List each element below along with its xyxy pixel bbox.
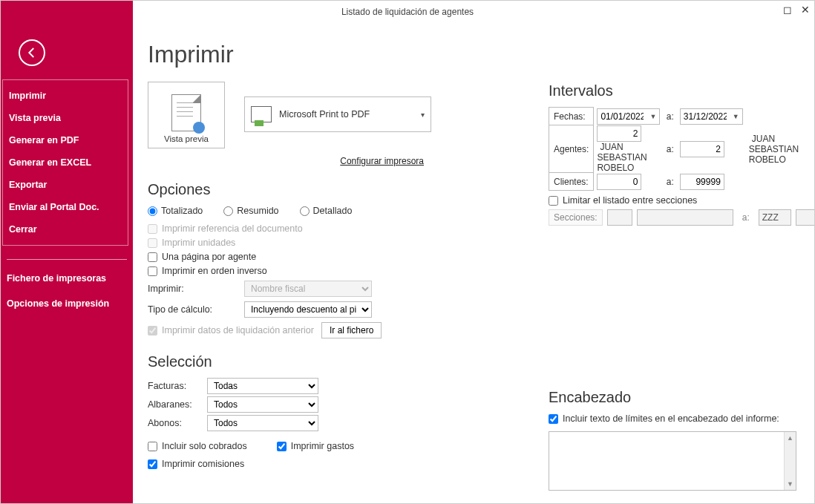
seccion-from-code (607, 209, 632, 226)
sidebar-item-vista-previa[interactable]: Vista previa (3, 107, 128, 129)
arrow-left-icon (25, 46, 39, 59)
tipo-calculo-label: Tipo de cálculo: (148, 304, 237, 315)
imprimir-select: Nombre fiscal (244, 281, 372, 297)
scroll-down-icon[interactable]: ▼ (785, 478, 796, 490)
fechas-label: Fechas: (549, 108, 594, 125)
check-datos-liquidacion: Imprimir datos de liquidación anterior (148, 325, 314, 336)
sidebar-item-generar-excel[interactable]: Generar en EXCEL (3, 151, 128, 174)
printer-name: Microsoft Print to PDF (279, 109, 421, 120)
abonos-label: Abonos: (148, 418, 207, 428)
seccion-from-name (637, 209, 733, 226)
sidebar-item-imprimir[interactable]: Imprimir (3, 85, 128, 107)
check-solo-cobrados[interactable]: Incluir solo cobrados (148, 441, 247, 451)
sidebar-item-enviar-portal[interactable]: Enviar al Portal Doc. (3, 196, 128, 218)
agente-to-input[interactable] (680, 141, 724, 157)
maximize-icon[interactable]: ◻ (783, 4, 792, 16)
sidebar-item-fichero-impresoras[interactable]: Fichero de impresoras (1, 266, 133, 291)
agente-to-name: JUAN SEBASTIAN ROBELO (749, 134, 799, 165)
sidebar-item-exportar[interactable]: Exportar (3, 174, 128, 196)
scroll-up-icon[interactable]: ▲ (785, 432, 796, 444)
interval-table: Fechas: ▼ a: ▼ Agentes: JUAN SEBASTIAN R… (549, 107, 802, 191)
vista-previa-label: Vista previa (164, 134, 209, 143)
albaranes-label: Albaranes: (148, 399, 207, 410)
encabezado-heading: Encabezado (549, 389, 796, 406)
encabezado-textarea[interactable]: ▲ ▼ (549, 431, 796, 491)
facturas-label: Facturas: (148, 381, 207, 391)
sidebar-item-cerrar[interactable]: Cerrar (3, 218, 128, 240)
window-title: Listado de liquidación de agentes (341, 7, 474, 17)
albaranes-select[interactable]: Todos (207, 396, 318, 413)
chevron-down-icon[interactable]: ▼ (730, 113, 742, 120)
radio-resumido[interactable]: Resumido (223, 206, 278, 216)
seccion-to-name (796, 209, 814, 226)
configure-printer-link[interactable]: Configurar impresora (148, 156, 424, 166)
printer-selector[interactable]: Microsoft Print to PDF ▾ (244, 96, 431, 132)
check-limitar-secciones[interactable]: Limitar el listado entre secciones (549, 195, 796, 206)
printer-icon (251, 106, 272, 122)
sidebar-separator (7, 259, 127, 260)
fecha-from-input[interactable]: ▼ (597, 108, 660, 125)
a-label: a: (664, 108, 677, 125)
ir-al-fichero-button[interactable]: Ir al fichero (321, 322, 382, 338)
main-content: Imprimir Vista previa Microsoft Print to… (133, 23, 814, 503)
agentes-label: Agentes: (549, 125, 594, 173)
abonos-select[interactable]: Todos (207, 415, 318, 431)
scrollbar[interactable]: ▲ ▼ (784, 432, 796, 490)
tipo-calculo-select[interactable]: Incluyendo descuento al pie (244, 301, 372, 318)
fecha-to-input[interactable]: ▼ (680, 108, 743, 125)
sidebar-item-opciones-impresion[interactable]: Opciones de impresión (1, 291, 133, 316)
agente-from-input[interactable] (597, 125, 641, 142)
agente-from-name: JUAN SEBASTIAN ROBELO (597, 142, 647, 173)
close-icon[interactable]: ✕ (801, 4, 810, 16)
back-button[interactable] (19, 39, 45, 66)
cliente-to-input[interactable] (680, 174, 724, 190)
sidebar: Imprimir Vista previa Generar en PDF Gen… (1, 1, 133, 503)
document-preview-icon (171, 94, 201, 131)
chevron-down-icon: ▾ (421, 111, 425, 119)
facturas-select[interactable]: Todas (207, 378, 318, 394)
secciones-label: Secciones: (549, 209, 603, 226)
check-imprimir-gastos[interactable]: Imprimir gastos (277, 441, 354, 451)
radio-detallado[interactable]: Detallado (300, 206, 353, 216)
radio-totalizado[interactable]: Totalizado (148, 206, 203, 216)
sidebar-item-generar-pdf[interactable]: Generar en PDF (3, 129, 128, 151)
cliente-from-input[interactable] (597, 174, 641, 190)
vista-previa-button[interactable]: Vista previa (148, 82, 225, 148)
check-incluir-encabezado[interactable]: Incluir texto de límites en el encabezad… (549, 413, 796, 424)
sidebar-primary-group: Imprimir Vista previa Generar en PDF Gen… (2, 79, 128, 246)
clientes-label: Clientes: (549, 173, 594, 191)
chevron-down-icon[interactable]: ▼ (647, 113, 659, 120)
imprimir-label: Imprimir: (148, 284, 237, 294)
page-title: Imprimir (148, 41, 796, 68)
intervalos-heading: Intervalos (549, 82, 796, 99)
seccion-to-code (759, 209, 791, 226)
